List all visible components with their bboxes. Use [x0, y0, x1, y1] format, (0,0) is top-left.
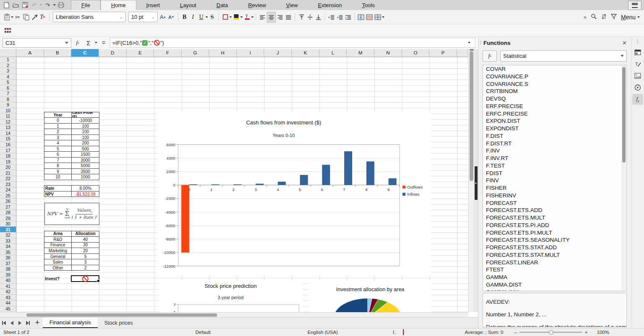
function-list-item[interactable]: FORECAST.ETS.ADD: [483, 207, 626, 214]
cell[interactable]: 200: [72, 140, 99, 146]
column-header-H[interactable]: H: [209, 49, 237, 57]
row-header-1[interactable]: 1: [0, 57, 16, 63]
column-header-B[interactable]: B: [44, 49, 72, 57]
row-header-36[interactable]: 36: [0, 255, 16, 261]
row-header-14[interactable]: 14: [0, 131, 16, 137]
redo-icon[interactable]: ↷: [44, 1, 52, 9]
cell[interactable]: 7: [44, 158, 72, 163]
sidebar-splitter-handle[interactable]: ▸: [475, 166, 478, 200]
function-list-item[interactable]: F.DIST: [483, 132, 626, 140]
cut-icon[interactable]: ✂: [13, 12, 22, 22]
row-header-8[interactable]: 8: [0, 97, 16, 103]
table-grid-icon[interactable]: [3, 26, 12, 36]
clear-formatting-icon[interactable]: T✕: [39, 12, 47, 22]
row-header-41[interactable]: 41: [0, 284, 16, 289]
sum-icon[interactable]: Σ: [84, 39, 93, 47]
row-header-27[interactable]: 27: [0, 204, 16, 210]
formula-input[interactable]: =IF(C16>0,"✓",""): [110, 38, 475, 48]
cell[interactable]: NPV: [44, 191, 72, 197]
increase-font-size-icon[interactable]: A▲: [159, 12, 167, 22]
cell[interactable]: Area: [44, 231, 72, 237]
column-header-M[interactable]: M: [347, 49, 374, 57]
name-box[interactable]: C31: [3, 38, 71, 48]
row-header-16[interactable]: 16: [0, 142, 16, 148]
row-header-38[interactable]: 38: [0, 266, 16, 272]
cell[interactable]: 1000: [72, 174, 99, 180]
row-header-7[interactable]: 7: [0, 91, 16, 97]
column-header-G[interactable]: G: [182, 49, 209, 57]
cell[interactable]: 5000: [72, 163, 99, 169]
cell[interactable]: Marketing: [44, 248, 72, 254]
function-list-item[interactable]: COVAR: [483, 65, 626, 73]
function-list[interactable]: COVARCOVARIANCE.PCOVARIANCE.SCRITBINOMDE…: [483, 65, 627, 291]
merge-center-icon[interactable]: [365, 12, 374, 22]
function-list-item[interactable]: FISHER: [483, 184, 626, 192]
row-header-31[interactable]: 31: [0, 227, 16, 233]
font-color-icon[interactable]: T: [243, 12, 251, 22]
insert-function-button[interactable]: fx: [483, 50, 497, 62]
undo-icon[interactable]: ↶: [30, 1, 38, 9]
function-list-item[interactable]: FORECAST.ETS.SEASONALITY: [483, 236, 626, 244]
function-list-item[interactable]: FORECAST: [483, 199, 626, 207]
row-header-10[interactable]: 10: [0, 108, 16, 114]
align-left-icon[interactable]: [258, 12, 267, 22]
cell[interactable]: 3500: [72, 169, 99, 175]
unmerge-cells-icon[interactable]: [374, 12, 382, 22]
row-header-29[interactable]: 29: [0, 215, 16, 221]
zoom-slider[interactable]: [519, 332, 582, 333]
function-list-item[interactable]: EXPON.DIST: [483, 117, 626, 125]
pie-chart-object[interactable]: Investment allocation by areaR&DFinanceM…: [309, 280, 431, 312]
function-list-item[interactable]: GAMMA.INV: [483, 289, 626, 292]
column-header-E[interactable]: E: [127, 49, 154, 57]
row-header-45[interactable]: 45: [0, 306, 16, 312]
sum-dropdown-icon[interactable]: [95, 42, 97, 44]
row-header-19[interactable]: 19: [0, 159, 16, 165]
decrease-indent-icon[interactable]: [335, 12, 344, 22]
ribbon-tab-layout[interactable]: Layout: [170, 0, 206, 10]
function-list-item[interactable]: F.TEST: [483, 162, 626, 170]
font-color-dropdown-icon[interactable]: [251, 16, 254, 18]
column-header-C[interactable]: C: [71, 49, 99, 57]
font-name-combo[interactable]: Liberation Sans⌄: [53, 12, 126, 22]
print-icon[interactable]: [57, 1, 65, 9]
row-header-2[interactable]: 2: [0, 63, 16, 69]
cell[interactable]: 8: [44, 163, 72, 169]
horizontal-scrollbar[interactable]: [0, 312, 468, 317]
bold-icon[interactable]: B: [180, 12, 189, 22]
row-header-35[interactable]: 35: [0, 250, 16, 256]
row-header-44[interactable]: 44: [0, 300, 16, 306]
function-list-item[interactable]: EXPONDIST: [483, 125, 626, 132]
cell[interactable]: 6: [44, 152, 72, 158]
align-right-icon[interactable]: [276, 12, 284, 22]
cell[interactable]: 100: [72, 135, 99, 141]
row-header-32[interactable]: 32: [0, 233, 16, 238]
column-header-I[interactable]: I: [237, 49, 265, 57]
horizontal-scrollbar-thumb[interactable]: [26, 313, 217, 317]
cell[interactable]: 100: [72, 124, 99, 129]
cell[interactable]: 3: [72, 259, 99, 265]
row-header-13[interactable]: 13: [0, 125, 16, 131]
function-list-item[interactable]: COVARIANCE.S: [483, 80, 626, 88]
function-list-item[interactable]: FORECAST.ETS.PI.MULT: [483, 229, 626, 237]
hanging-indent-icon[interactable]: [344, 12, 352, 22]
first-sheet-icon[interactable]: [0, 318, 8, 328]
cell[interactable]: 2: [72, 265, 99, 271]
expand-formula-bar-icon[interactable]: [465, 39, 474, 47]
next-sheet-icon[interactable]: [16, 318, 24, 328]
function-list-item[interactable]: GAMMA: [483, 274, 626, 281]
cell[interactable]: 1500: [72, 152, 99, 158]
function-wizard-icon[interactable]: fx: [73, 39, 82, 47]
merge-cells-icon[interactable]: +: [357, 12, 365, 22]
row-header-40[interactable]: 40: [0, 278, 16, 284]
ribbon-tab-home[interactable]: Home: [101, 0, 136, 10]
cell[interactable]: -$1,522.09: [72, 191, 99, 197]
row-header-6[interactable]: 6: [0, 85, 16, 91]
cell[interactable]: 3000: [72, 158, 99, 163]
row-header-43[interactable]: 43: [0, 295, 16, 301]
styles-deck-icon[interactable]: T: [632, 59, 643, 70]
cell[interactable]: 3: [44, 135, 72, 141]
new-document-icon[interactable]: [3, 1, 10, 9]
cell[interactable]: 500: [72, 146, 99, 152]
hamburger-menu-button[interactable]: [628, 1, 641, 10]
align-bottom-icon[interactable]: [314, 12, 322, 22]
